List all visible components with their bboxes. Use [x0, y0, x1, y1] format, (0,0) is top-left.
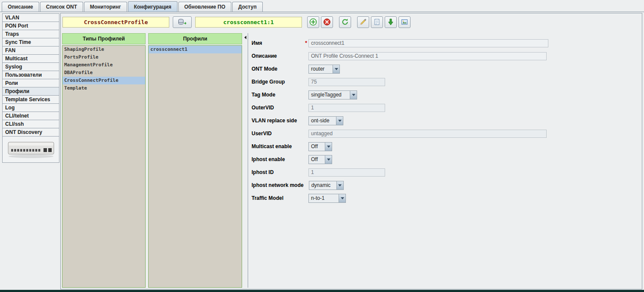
- tab-configuration[interactable]: Конфигурация: [128, 1, 177, 12]
- device-image-box: [2, 136, 59, 163]
- profile-form: Имя*crossconnect1ОписаниеONT Profile Cro…: [248, 33, 641, 288]
- add-button[interactable]: [307, 16, 319, 28]
- vlan-replace-side-select[interactable]: ont-side: [308, 116, 343, 125]
- delete-button[interactable]: [321, 16, 333, 28]
- x-circle-icon: [323, 18, 331, 26]
- sidebar-item-cli-ssh[interactable]: CLI/ssh: [2, 120, 59, 128]
- bridge-group-label: Bridge Group: [252, 79, 303, 85]
- sidebar-item-sync-time[interactable]: Sync Time: [2, 38, 59, 47]
- user-vid-label: UserVID: [252, 130, 303, 137]
- traffic-model-selected-value: n-to-1: [309, 194, 339, 202]
- profile-type-combo[interactable]: CrossConnectProfile: [62, 17, 169, 28]
- chevron-down-icon[interactable]: [333, 65, 339, 73]
- multicast-enable-select[interactable]: Off: [308, 142, 332, 151]
- refresh-icon: [341, 18, 349, 26]
- chevron-down-icon[interactable]: [325, 143, 332, 151]
- tab-firmware-update[interactable]: Обновление ПО: [178, 2, 231, 12]
- profile-type-portsprofile[interactable]: PortsProfile: [62, 53, 145, 61]
- configuration-panel: CrossConnectProfile crossconnect1:1 Типы…: [60, 13, 642, 289]
- chevron-down-icon[interactable]: [339, 194, 345, 202]
- sidebar-item-users[interactable]: Пользователи: [2, 71, 59, 79]
- iphost-enable-select[interactable]: Off: [308, 155, 332, 164]
- ont-mode-select[interactable]: router: [308, 65, 340, 74]
- traffic-model-select[interactable]: n-to-1: [308, 194, 346, 203]
- iphost-enable-label: Iphost enable: [252, 156, 303, 162]
- tag-mode-label: Tag Mode: [252, 92, 303, 98]
- sidebar: VLANPON PortTrapsSync TimeFANMulticastSy…: [2, 14, 59, 163]
- profile-crossconnect1[interactable]: crossconnect1: [149, 46, 242, 53]
- multicast-enable-selected-value: Off: [309, 143, 325, 151]
- description-field[interactable]: ONT Profile Cross-Connect 1: [308, 52, 547, 60]
- form-row-name: Имя*crossconnect1: [252, 37, 641, 50]
- profile-type-template[interactable]: Template: [62, 84, 145, 92]
- ont-mode-label: ONT Mode: [252, 66, 303, 72]
- iphost-network-mode-select[interactable]: dynamic: [309, 181, 344, 190]
- tab-ont-list[interactable]: Список ONT: [40, 2, 83, 12]
- sidebar-item-pon-port[interactable]: PON Port: [2, 22, 59, 30]
- chevron-down-icon[interactable]: [350, 91, 357, 99]
- profiles-header: Профили: [148, 33, 242, 44]
- sidebar-item-roles[interactable]: Роли: [2, 79, 59, 87]
- profile-type-managementprofile[interactable]: ManagementProfile: [62, 61, 145, 69]
- tag-mode-select[interactable]: singleTagged: [308, 90, 357, 99]
- tab-monitoring[interactable]: Мониторинг: [84, 2, 127, 12]
- window-bottom-edge: [0, 290, 644, 292]
- profile-type-dbaprofile[interactable]: DBAProfile: [62, 69, 145, 77]
- pencil-icon: [359, 18, 367, 26]
- profile-instance-combo[interactable]: crossconnect1:1: [195, 17, 302, 28]
- sidebar-item-multicast[interactable]: Multicast: [2, 54, 59, 63]
- sidebar-item-fan[interactable]: FAN: [2, 46, 59, 55]
- profile-types-list: ShapingProfilePortsProfileManagementProf…: [62, 45, 146, 288]
- vlan-replace-side-selected-value: ont-side: [309, 117, 336, 125]
- chevron-down-icon[interactable]: [336, 181, 343, 189]
- plus-circle-icon: [309, 18, 317, 26]
- profile-types-header: Типы Профилей: [62, 33, 146, 44]
- iphost-id-field: 1: [308, 168, 385, 177]
- sidebar-item-log[interactable]: Log: [2, 103, 59, 112]
- bridge-group-field: 75: [308, 78, 385, 86]
- profile-type-shapingprofile[interactable]: ShapingProfile: [62, 46, 145, 53]
- chevron-down-icon[interactable]: [325, 155, 332, 164]
- image-icon: [401, 18, 408, 26]
- sidebar-item-template-services[interactable]: Template Services: [2, 95, 59, 104]
- sidebar-item-cli-telnet[interactable]: CLI/telnet: [2, 112, 59, 120]
- name-label: Имя: [252, 40, 303, 46]
- form-row-ont-mode: ONT Moderouter: [252, 62, 641, 75]
- multicast-enable-label: Multicast enable: [252, 143, 303, 149]
- toolbar: CrossConnectProfile crossconnect1:1: [62, 16, 640, 28]
- sidebar-item-profiles[interactable]: Профили: [2, 87, 59, 96]
- arrow-down-icon: [387, 18, 395, 26]
- name-field[interactable]: crossconnect1: [308, 39, 548, 47]
- sidebar-item-ont-discovery[interactable]: ONT Discovery: [2, 128, 59, 137]
- export-button[interactable]: [398, 16, 411, 28]
- form-row-description: ОписаниеONT Profile Cross-Connect 1: [252, 50, 641, 62]
- tag-mode-selected-value: singleTagged: [309, 91, 350, 99]
- form-row-vlan-replace-side: VLAN replace sideont-side: [252, 114, 641, 127]
- tab-description[interactable]: Описание: [2, 2, 39, 12]
- assign-profile-button[interactable]: [173, 16, 192, 28]
- chevron-down-icon[interactable]: [336, 117, 343, 125]
- iphost-network-mode-label: Iphost network mode: [252, 182, 304, 188]
- sidebar-item-traps[interactable]: Traps: [2, 30, 59, 38]
- copy-button[interactable]: [371, 16, 383, 28]
- outer-vid-label: OuterVID: [252, 105, 303, 111]
- form-row-tag-mode: Tag ModesingleTagged: [252, 88, 641, 101]
- traffic-model-label: Traffic Model: [252, 195, 303, 201]
- profiles-list: crossconnect1: [148, 45, 242, 288]
- sidebar-item-vlan[interactable]: VLAN: [2, 13, 59, 22]
- download-button[interactable]: [385, 16, 397, 28]
- profile-type-crossconnectprofile[interactable]: CrossConnectProfile: [62, 77, 145, 84]
- tab-access[interactable]: Доступ: [232, 2, 263, 12]
- refresh-button[interactable]: [339, 16, 351, 28]
- form-row-bridge-group: Bridge Group75: [252, 75, 641, 88]
- splitter-collapse-icon[interactable]: [244, 36, 246, 39]
- panel-splitter[interactable]: [244, 33, 248, 288]
- description-label: Описание: [252, 53, 303, 59]
- sidebar-item-syslog[interactable]: Syslog: [2, 62, 59, 71]
- outer-vid-field: 1: [308, 104, 385, 112]
- profile-types-panel: Типы Профилей ShapingProfilePortsProfile…: [62, 33, 146, 288]
- ont-mode-selected-value: router: [309, 65, 333, 73]
- olt-device-image: [6, 137, 56, 162]
- edit-button[interactable]: [357, 16, 369, 28]
- form-row-user-vid: UserVIDuntagged: [252, 127, 641, 140]
